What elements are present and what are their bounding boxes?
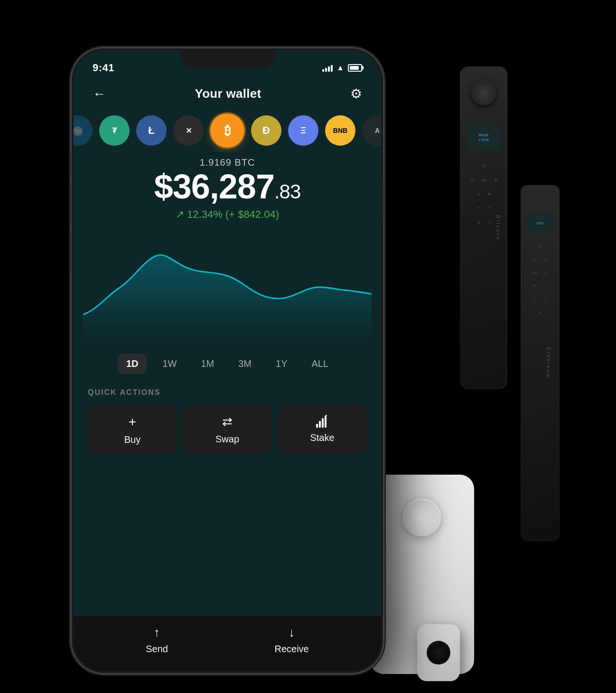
crypto-icon-doge[interactable]: Ð — [251, 115, 281, 146]
back-button[interactable]: ← — [93, 86, 106, 102]
ledger-nav-row-4: + ↗ — [476, 205, 491, 210]
volume-up-button — [71, 185, 71, 223]
ledger-s-icon-b: B — [544, 257, 547, 262]
header: ← Your wallet ⚙ — [74, 76, 381, 109]
ledger-s-nav-row-5: + ↗ — [533, 297, 547, 301]
receive-icon: ↓ — [289, 625, 295, 640]
change-arrow: ↗ — [176, 208, 184, 220]
ledger-nav-row-2: ◎ ⋈ ◉ — [470, 178, 497, 183]
ledger-nav-icon-g: ↗ — [487, 205, 491, 210]
ledger-s-nav-up: ∧ — [539, 243, 542, 248]
signal-bar-2 — [325, 68, 327, 72]
quick-actions-label: QUICK ACTIONS — [88, 388, 367, 397]
stake-icon — [315, 414, 329, 428]
ledger-s-icon-c: ⋈ — [533, 270, 537, 275]
change-percent: 12.34% — [187, 208, 223, 220]
send-icon: ↑ — [154, 625, 160, 640]
phone: 9:41 ▲ ← Your wallet — [71, 47, 384, 674]
ledger-x-screen-content: Bitcoin1.9169 — [478, 133, 488, 142]
power-button — [383, 180, 384, 218]
quick-actions-section: QUICK ACTIONS + Buy ⇄ Swap — [74, 381, 381, 461]
wifi-icon: ▲ — [336, 64, 344, 72]
crypto-icon-algo[interactable]: A — [362, 115, 381, 146]
ledger-nav-down: ∨ — [477, 219, 481, 225]
fiat-balance: $36,287.83 — [83, 168, 372, 206]
change-amount: (+ $842.04) — [225, 208, 279, 220]
swap-icon: ⇄ — [222, 414, 233, 429]
silent-button — [71, 152, 71, 176]
bottom-bar: ↑ Send ↓ Receive — [74, 615, 381, 671]
ledger-s-nav: ∧ ◎ B ⋈ D ≋ ⬚ + ↗ ∨ — [532, 243, 548, 315]
ledger-nav-icon-c: ◉ — [494, 178, 497, 182]
filter-1d[interactable]: 1D — [118, 354, 147, 374]
ledger-s-icon-a: ◎ — [533, 257, 537, 262]
crypto-icon-litecoin[interactable]: Ł — [136, 115, 167, 146]
filter-1m[interactable]: 1M — [192, 354, 223, 374]
status-time: 9:41 — [93, 62, 114, 74]
crypto-icon-bnb[interactable]: BNB — [325, 115, 355, 146]
ledger-s-nav-row-3: ⋈ D — [533, 270, 548, 275]
filter-1y[interactable]: 1Y — [267, 354, 296, 374]
ledger-nav-row-3: ≋ ◉ — [476, 191, 491, 197]
battery-fill — [350, 66, 359, 70]
balance-section: 1.9169 BTC $36,287.83 ↗ 12.34% (+ $842.0… — [74, 152, 381, 223]
fiat-cents: .83 — [274, 180, 300, 203]
battery-icon — [348, 64, 362, 72]
ledger-nav-row-5: ∨ ▪ — [477, 219, 491, 225]
signal-bar-3 — [328, 66, 330, 72]
ledger-s-icon-h: ↗ — [543, 297, 547, 301]
quick-actions-grid: + Buy ⇄ Swap — [88, 404, 367, 454]
filter-all[interactable]: ALL — [303, 354, 337, 374]
ledger-nav-icon-h: ▪ — [489, 220, 491, 225]
ledger-white — [370, 475, 474, 674]
stake-button[interactable]: Stake — [278, 404, 367, 454]
ledger-s-nav-row-2: ◎ B — [533, 257, 547, 262]
filter-1w[interactable]: 1W — [154, 354, 185, 374]
receive-button[interactable]: ↓ Receive — [274, 625, 308, 655]
ledger-nav-icon-a: ◎ — [470, 178, 474, 183]
signal-bar-1 — [322, 69, 324, 72]
ledger-nav-icon-f: + — [476, 205, 479, 210]
ledger-white-nub — [417, 624, 460, 681]
swap-label: Swap — [215, 434, 239, 445]
ledger-s-nav-row-6: ∨ — [539, 310, 542, 315]
crypto-icon-partial[interactable]: ◉ — [74, 115, 93, 146]
ledger-nav-row-1: ∧ — [482, 162, 486, 169]
ledger-white-button[interactable] — [403, 498, 441, 536]
ledger-s-nav-row-1: ∧ — [539, 243, 542, 248]
status-icons: ▲ — [322, 64, 362, 72]
crypto-icon-xrp[interactable]: ✕ — [173, 115, 204, 146]
scene: 9:41 ▲ ← Your wallet — [47, 19, 569, 674]
ledger-nav-icon-d: ≋ — [476, 191, 480, 197]
buy-label: Buy — [124, 434, 140, 445]
page-title: Your wallet — [195, 86, 261, 101]
crypto-icon-ethereum[interactable]: Ξ — [288, 115, 318, 146]
ledger-white-nub-circle — [427, 641, 450, 665]
ledger-s-screen-content: ETH — [537, 221, 543, 226]
signal-icon — [322, 64, 333, 72]
buy-button[interactable]: + Buy — [88, 404, 177, 454]
filter-3m[interactable]: 3M — [230, 354, 260, 374]
signal-bar-4 — [331, 65, 333, 72]
swap-button[interactable]: ⇄ Swap — [183, 404, 272, 454]
ledger-s-icon-g: + — [533, 297, 535, 301]
crypto-icon-tether[interactable]: ₮ — [99, 115, 130, 146]
ledger-s-label: Ethereum — [546, 347, 551, 379]
ledger-s-screen: ETH — [527, 214, 553, 234]
balance-change: ↗ 12.34% (+ $842.04) — [83, 208, 372, 221]
crypto-icons-row: ◉ ₮ Ł ✕ ₿ Ð Ξ BNB A — [74, 109, 381, 152]
crypto-amount: 1.9169 BTC — [83, 157, 372, 168]
settings-button[interactable]: ⚙ — [350, 86, 362, 102]
ledger-s-nav-down: ∨ — [539, 310, 542, 315]
phone-screen: 9:41 ▲ ← Your wallet — [74, 50, 381, 671]
ledger-x-button[interactable] — [471, 81, 496, 105]
ledger-nav-icon-b: ⋈ — [482, 178, 486, 183]
ledger-s-icon-e: ≋ — [532, 283, 536, 288]
send-button[interactable]: ↑ Send — [146, 625, 168, 655]
ledger-s-nav-row-4: ≋ ⬚ — [532, 283, 548, 288]
chart-svg — [83, 233, 372, 342]
ledger-x-screen: Bitcoin1.9169 — [467, 124, 500, 150]
crypto-icon-bitcoin[interactable]: ₿ — [210, 113, 244, 148]
time-filters: 1D 1W 1M 3M 1Y ALL — [74, 346, 381, 381]
ledger-x-nav: ∧ ◎ ⋈ ◉ ≋ ◉ + ↗ ∨ ▪ — [470, 162, 497, 225]
